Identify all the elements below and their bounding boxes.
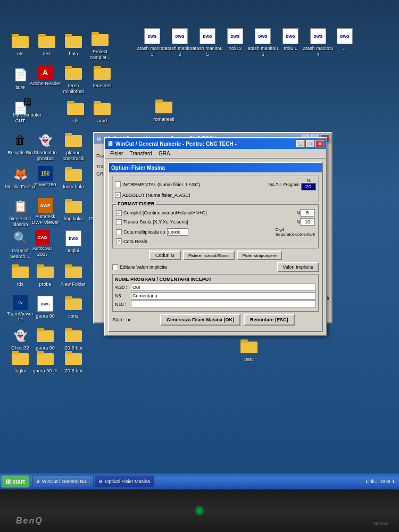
- complet-checkbox[interactable]: [116, 210, 122, 216]
- desktop-icon-gaura90[interactable]: gaura 90: [29, 295, 61, 319]
- wincut-icon: 🖥: [107, 140, 113, 147]
- valori-implicite-btn[interactable]: Valori Implicite: [277, 262, 319, 272]
- desktop-icon-proiect[interactable]: Proiect complet...: [84, 31, 116, 61]
- editare-row: Editare Valori Implicite Valori Implicit…: [112, 262, 319, 272]
- traseu-text: Traseu Scula [X;Y;Xc;Yc;sens]: [123, 219, 188, 225]
- generate-button[interactable]: Genereaza Fisier Masina [OK]: [160, 314, 240, 326]
- desktop-icon-atash5[interactable]: atash manitou 5: [192, 28, 223, 57]
- fisier-strapungere-btn[interactable]: Fisier strapungere: [237, 251, 281, 260]
- complet-n-input[interactable]: [300, 209, 315, 217]
- desktop-icon-probe[interactable]: probe: [29, 263, 61, 287]
- taskbar-optiuni-icon: 🖥: [98, 479, 103, 484]
- menu-gra-item[interactable]: GRA: [155, 151, 173, 156]
- window-menubar: Fisier Transferd GRA: [105, 149, 326, 159]
- percent-sign: %: [306, 178, 310, 183]
- desktop-icon-mycomputer[interactable]: 🖥 My Computer: [11, 94, 43, 118]
- coduri-g-button[interactable]: Coduri G: [149, 251, 181, 260]
- prog-n5-row: N5 :: [115, 292, 316, 300]
- desktop-icon-t20-6buc2[interactable]: t20-6 buc: [57, 350, 89, 374]
- benq-logo: BenQ: [16, 516, 43, 526]
- taskbar-item-optiuni[interactable]: 🖥 Optiuni Fisier Masina: [95, 476, 154, 487]
- desktop-icon-atash2[interactable]: atash manitou 2: [164, 28, 196, 57]
- window-controls: _ □ ✕: [296, 140, 324, 147]
- monitor-outer: 🖥 WinCut / General Numeric - Pentru: CNC…: [0, 0, 399, 532]
- desktop-icon-adobe[interactable]: A Adobe Reader: [29, 65, 61, 87]
- menu-fisier-item[interactable]: Fisier: [107, 151, 126, 156]
- desktop-icon-autodesk[interactable]: DWF Autodesk DWF Viewer: [29, 198, 61, 226]
- desktop-icon-planuri[interactable]: planuri constructii: [57, 132, 89, 162]
- cota-mult-row: Cota multiplicata cu Digit Separator com…: [116, 227, 315, 237]
- desktop-icon-lucru-hala[interactable]: lucru hala: [57, 166, 89, 190]
- cota-mult-checkbox[interactable]: [116, 229, 122, 235]
- cota-mult-text: Cota multiplicata cu: [123, 229, 165, 235]
- desktop-icon-power150[interactable]: 150 Power150: [29, 166, 61, 188]
- stare-label: Stare: ne: [112, 317, 132, 322]
- windows-logo: ⊞: [6, 478, 11, 485]
- taskbar-optiuni-label: Optiuni Fisier Masina: [105, 479, 150, 484]
- format-fisier-title: FORMAT FISIER: [116, 201, 156, 206]
- prog-n10-input[interactable]: [131, 301, 316, 308]
- desktop-icon-parc[interactable]: parc: [233, 338, 265, 362]
- monitor-bezel: BenQ sensye: [0, 489, 399, 532]
- absolut-label: ABSOLUT (Nume fisier_A.ASC): [115, 192, 316, 198]
- desktop-icon-tuglui[interactable]: tuglui: [57, 230, 89, 254]
- desktop-icon-arad[interactable]: arad: [86, 100, 118, 124]
- editare-text: Editare Valori Implicite: [120, 264, 167, 270]
- cota-reala-checkbox[interactable]: [116, 238, 122, 244]
- prog-20-row: %20 :: [115, 284, 316, 291]
- incremental-label: INCREMENTAL (Nume fisier_I.ASC): [115, 181, 269, 187]
- desktop-icon-atash3[interactable]: atash manitou 3: [136, 28, 168, 57]
- desktop-icon-gaura90b[interactable]: gaura 90: [29, 327, 61, 351]
- desktop-icon-gaura90a[interactable]: gaura 90_A: [29, 350, 61, 374]
- power-button[interactable]: [194, 505, 205, 516]
- taskbar-wincut-icon: 🖥: [36, 479, 40, 484]
- desktop-icon-terasteel[interactable]: terasteel: [86, 65, 118, 89]
- inner-title-text: Optiuni Fisier Masina: [111, 165, 165, 171]
- format-fisier-section: FORMAT FISIER Complet [Contine inceput+s…: [112, 204, 319, 248]
- cota-reala-label: Cota Reala: [116, 238, 315, 244]
- absolut-checkbox[interactable]: [115, 192, 121, 198]
- absolut-row: ABSOLUT (Nume fisier_A.ASC): [115, 192, 316, 198]
- prog-n5-input[interactable]: [131, 292, 316, 300]
- incremental-checkbox[interactable]: [115, 181, 121, 187]
- desktop-icon-teren[interactable]: teren minifotbal: [57, 65, 89, 95]
- traseu-n-input[interactable]: [300, 218, 315, 226]
- start-button[interactable]: ⊞ start: [1, 475, 30, 488]
- fisiere-btn[interactable]: Fisiere Inceput/Sfarsit: [183, 251, 235, 260]
- cancel-button[interactable]: Renuntare [ESC]: [244, 314, 295, 326]
- sensye-label: sensye: [373, 520, 388, 526]
- traseu-checkbox[interactable]: [116, 219, 122, 225]
- desktop-icon-shortcut-ghost[interactable]: 👻 Shortcut to ghost32: [29, 132, 61, 162]
- traseu-row: Traseu Scula [X;Y;Xc;Yc;sens] N: [116, 218, 315, 226]
- desktop-icon-cona[interactable]: cona: [57, 295, 89, 319]
- screen-area: 🖥 WinCut / General Numeric - Pentru: CNC…: [0, 0, 399, 489]
- taskbar-wincut-label: WinCut / General Nu...: [42, 479, 90, 484]
- desktop-icon-romanesti[interactable]: romanesti: [148, 98, 180, 122]
- menu-transferd-item[interactable]: Transferd: [126, 151, 155, 156]
- inner-titlebar: Optiuni Fisier Masina: [109, 163, 322, 172]
- file-buttons-row: Coduri G Fisiere Inceput/Sfarsit Fisier …: [112, 251, 319, 260]
- cota-reala-row: Cota Reala: [116, 238, 315, 244]
- wincut-titlebar: 🖥 WinCut / General Numeric - Pentru: CNC…: [105, 138, 326, 149]
- prog-20-input[interactable]: [131, 284, 316, 291]
- desktop-icon-new-folder[interactable]: New Folder: [57, 263, 89, 287]
- program-title: NUME PROGRAM / COMENTARII INCEPUT: [115, 277, 316, 282]
- nr-program-label: Inc./Nr. Program: [269, 182, 300, 187]
- nr-program-input[interactable]: [301, 183, 316, 190]
- prog-n5-label: N5 :: [115, 293, 131, 298]
- desktop-icon-lmg-kuka[interactable]: lmg kuka: [57, 198, 89, 222]
- taskbar-item-wincut[interactable]: 🖥 WinCut / General Nu...: [32, 476, 94, 487]
- maximize-button[interactable]: □: [306, 140, 314, 147]
- desktop-icon-atash6[interactable]: atash manitou 6: [247, 28, 279, 57]
- desktop-icon-dwg-last[interactable]: ...: [329, 28, 361, 52]
- desktop-icon-t20-6buc[interactable]: t20-6 buc: [57, 327, 89, 351]
- editare-checkbox[interactable]: [112, 264, 118, 270]
- complet-text: Complet [Contine inceput+sfarsit+N+G]: [123, 210, 207, 215]
- taskbar-clock: Link... 19 ⊞ 1: [362, 479, 398, 484]
- desktop-icon-trolu2[interactable]: trolu 2: [219, 28, 251, 52]
- desktop-icon-trolu1[interactable]: trolu 1: [275, 28, 306, 52]
- cota-mult-input[interactable]: [167, 228, 188, 236]
- desktop-icon-autocad[interactable]: CAD AutoCAD 2007: [27, 230, 59, 257]
- close-button[interactable]: ✕: [315, 140, 324, 147]
- minimize-button[interactable]: _: [296, 140, 305, 147]
